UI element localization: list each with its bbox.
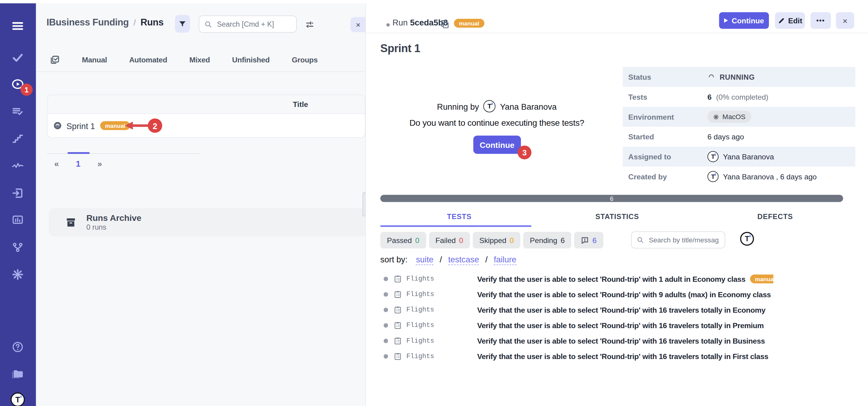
pencil-icon xyxy=(778,17,785,24)
runner-avatar: T xyxy=(484,100,496,113)
pagination-active-bar xyxy=(68,152,90,154)
filter-pending[interactable]: Pending 6 xyxy=(523,232,571,248)
close-run-button[interactable]: × xyxy=(836,12,854,29)
test-row[interactable]: Flights Verify that the user is able to … xyxy=(380,287,773,302)
funnel-icon xyxy=(178,20,186,28)
test-title: Verify that the user is able to select '… xyxy=(477,275,745,283)
tabs-divider xyxy=(36,71,366,72)
copy-run-id-button[interactable] xyxy=(440,19,450,29)
test-row[interactable]: Flights Verify that the user is able to … xyxy=(380,302,773,317)
edit-run-button[interactable]: Edit xyxy=(775,12,805,29)
pagination-last[interactable]: » xyxy=(97,159,102,168)
analytics-icon xyxy=(11,214,24,226)
annotation-arrow xyxy=(123,121,149,130)
menu-button[interactable] xyxy=(10,18,26,34)
run-info-table: Status RUNNING Tests 6(0% completed) Env… xyxy=(623,67,855,187)
runs-archive-row[interactable]: Runs Archive 0 runs xyxy=(49,208,366,236)
filter-passed[interactable]: Passed 0 xyxy=(380,232,426,248)
test-manual-badge: manual xyxy=(750,275,773,283)
running-by-line: Running by T Yana Baranova xyxy=(366,100,628,113)
view-settings-button[interactable] xyxy=(303,18,315,30)
environment-chip[interactable]: MacOS xyxy=(707,111,751,123)
sidebar-item-projects[interactable] xyxy=(10,366,26,381)
sidebar-item-analytics[interactable] xyxy=(10,212,26,227)
breadcrumb-separator: / xyxy=(134,18,136,27)
sidebar-item-help[interactable] xyxy=(10,339,26,355)
test-suite: Flights xyxy=(406,290,473,299)
tab-statistics[interactable]: STATISTICS xyxy=(538,209,696,227)
info-row-tests: Tests 6(0% completed) xyxy=(623,87,855,107)
info-row-status: Status RUNNING xyxy=(623,67,855,87)
tab-automated[interactable]: Automated xyxy=(129,56,167,64)
sidebar-item-branches[interactable] xyxy=(10,240,26,255)
testcase-icon xyxy=(394,305,402,314)
sort-by-suite[interactable]: suite xyxy=(416,254,433,265)
tab-unfinished[interactable]: Unfinished xyxy=(232,56,270,64)
runs-search xyxy=(199,15,297,33)
test-suite: Flights xyxy=(406,321,473,329)
copy-icon xyxy=(440,19,450,29)
sidebar-item-tests[interactable] xyxy=(10,50,26,65)
tests-search-input[interactable] xyxy=(648,236,719,244)
sidebar-item-steps[interactable] xyxy=(10,131,26,147)
sort-by-failure[interactable]: failure xyxy=(494,254,517,265)
sidebar-item-pulse[interactable] xyxy=(10,158,26,174)
comment-bubble-icon xyxy=(581,236,589,244)
tab-defects[interactable]: DEFECTS xyxy=(696,209,854,227)
test-suite: Flights xyxy=(406,353,473,361)
pagination-first[interactable]: « xyxy=(54,159,59,168)
gear-icon xyxy=(713,114,719,120)
passed-count: 0 xyxy=(415,236,420,244)
continue-tests-button[interactable]: Continue xyxy=(473,136,521,154)
run-identifier: Run 5ceda5b8 xyxy=(393,18,448,27)
workspace-avatar[interactable]: T xyxy=(10,392,26,406)
creator-avatar: T xyxy=(707,171,719,182)
search-icon xyxy=(637,236,644,244)
skipped-count: 0 xyxy=(510,236,514,244)
run-row-sprint-1[interactable]: Sprint 1 manual xyxy=(48,114,365,137)
runs-type-tabs: Manual Automated Mixed Unfinished Groups xyxy=(50,53,318,67)
more-actions-button[interactable]: ••• xyxy=(810,12,831,29)
sidebar-item-settings[interactable] xyxy=(10,267,26,282)
test-suite: Flights xyxy=(406,337,473,345)
select-runs-icon[interactable] xyxy=(50,55,60,65)
continue-run-button[interactable]: Continue xyxy=(719,12,769,29)
sort-separator: / xyxy=(440,254,442,264)
sort-by-testcase[interactable]: testcase xyxy=(448,254,479,265)
runs-search-input[interactable] xyxy=(216,20,291,29)
projects-folder-icon xyxy=(11,368,24,380)
sidebar-item-runs[interactable]: 1 xyxy=(10,76,26,92)
pagination-page-1[interactable]: 1 xyxy=(76,159,80,168)
filter-skipped[interactable]: Skipped 0 xyxy=(473,232,521,248)
tests-note: (0% completed) xyxy=(716,93,769,101)
failed-count: 0 xyxy=(459,236,463,244)
run-progress-bar: 6 xyxy=(380,195,843,202)
menu-icon xyxy=(11,20,24,32)
tab-mixed[interactable]: Mixed xyxy=(189,56,210,64)
test-row[interactable]: Flights Verify that the user is able to … xyxy=(380,317,773,333)
test-suite: Flights xyxy=(406,275,473,283)
sidebar-item-test-plans[interactable] xyxy=(10,104,26,119)
runner-name: Yana Baranova xyxy=(500,101,557,111)
test-title: Verify that the user is able to select '… xyxy=(477,337,765,345)
tab-groups[interactable]: Groups xyxy=(292,56,318,64)
filter-failed[interactable]: Failed 0 xyxy=(429,232,470,248)
play-icon xyxy=(724,18,728,23)
close-filters-button[interactable]: × xyxy=(350,17,366,32)
sidebar-item-import[interactable] xyxy=(10,185,26,201)
continue-question: Do you want to continue executing these … xyxy=(366,118,628,128)
test-row[interactable]: Flights Verify that the user is able to … xyxy=(380,333,773,349)
test-row[interactable]: Flights Verify that the user is able to … xyxy=(380,271,773,287)
filter-button[interactable] xyxy=(175,15,190,32)
test-title: Verify that the user is able to select '… xyxy=(477,321,764,329)
test-status-dot xyxy=(384,354,388,359)
test-status-dot xyxy=(384,323,388,328)
tab-manual[interactable]: Manual xyxy=(82,56,107,64)
info-row-started: Started 6 days ago xyxy=(623,127,855,147)
breadcrumb-project[interactable]: IBusiness Funding xyxy=(46,17,129,28)
filter-comments[interactable]: 6 xyxy=(574,232,603,248)
tab-tests[interactable]: TESTS xyxy=(380,209,538,227)
assignee-filter-avatar[interactable]: T xyxy=(740,232,754,246)
sort-label: sort by: xyxy=(380,254,408,264)
test-row[interactable]: Flights Verify that the user is able to … xyxy=(380,349,773,364)
